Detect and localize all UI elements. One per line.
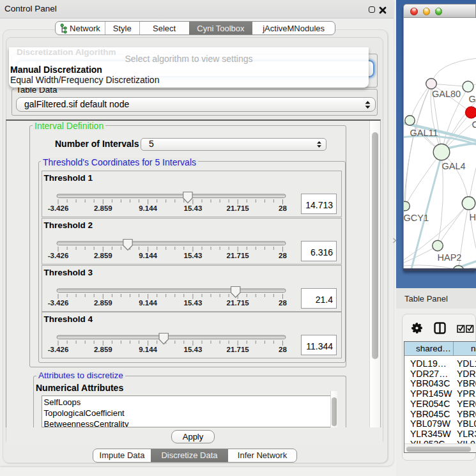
svg-text:HAP2: HAP2: [438, 252, 462, 263]
svg-text:GAL4: GAL4: [442, 161, 466, 171]
svg-text:GAL80: GAL80: [432, 89, 461, 99]
svg-text:H: H: [470, 212, 476, 222]
svg-text:GAL11: GAL11: [410, 128, 438, 138]
svg-text:GA: GA: [469, 94, 476, 104]
svg-text:GCY1: GCY1: [404, 213, 429, 223]
svg-text:C: C: [472, 119, 476, 130]
